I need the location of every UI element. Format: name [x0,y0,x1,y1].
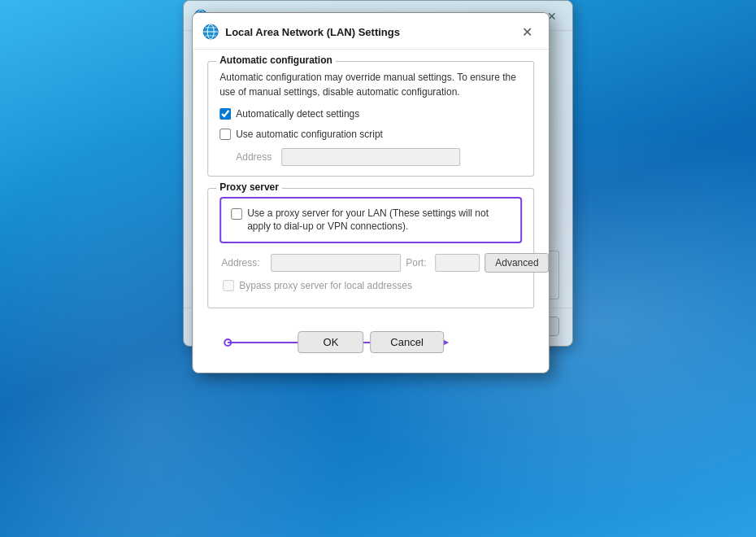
auto-detect-label: Automatically detect settings [236,107,359,121]
proxy-port-input [435,254,480,272]
bypass-proxy-label: Bypass proxy server for local addresses [239,279,412,293]
auto-config-address-row: Address [236,148,522,166]
proxy-server-group: Proxy server Use a proxy server for your… [207,188,534,308]
auto-config-desc: Automatic configuration may override man… [219,70,522,99]
lan-settings-dialog: Local Area Network (LAN) Settings ✕ Auto… [192,12,550,373]
auto-detect-row: Automatically detect settings [219,107,522,121]
bypass-proxy-row: Bypass proxy server for local addresses [223,279,522,293]
proxy-highlight-box: Use a proxy server for your LAN (These s… [219,197,522,244]
proxy-addr-row: Address: Port: Advanced [219,253,522,273]
lan-close-button[interactable]: ✕ [515,21,539,42]
lan-dialog-title: Local Area Network (LAN) Settings [225,26,515,38]
lan-ok-button[interactable]: OK [298,331,364,353]
auto-config-title: Automatic configuration [216,55,336,66]
proxy-address-label: Address: [221,257,266,268]
proxy-port-label: Port: [406,257,430,268]
auto-script-checkbox[interactable] [219,129,231,140]
lan-titlebar: Local Area Network (LAN) Settings ✕ [193,13,549,50]
use-proxy-label: Use a proxy server for your LAN (These s… [247,207,511,234]
ok-cancel-row: OK Cancel [207,320,534,361]
proxy-checkbox-row: Use a proxy server for your LAN (These s… [231,207,511,234]
address-field-label: Address [236,151,276,163]
lan-dialog-icon [202,24,219,40]
proxy-server-title: Proxy server [216,181,282,193]
auto-config-group: Automatic configuration Automatic config… [207,61,534,177]
proxy-address-input [271,254,401,272]
use-proxy-checkbox[interactable] [231,208,242,220]
auto-script-label: Use automatic configuration script [236,128,383,142]
lan-dialog-body: Automatic configuration Automatic config… [193,50,549,373]
auto-script-row: Use automatic configuration script [219,128,522,142]
bypass-proxy-checkbox [223,280,234,291]
lan-dialog-footer-area: OK Cancel [207,320,534,361]
address-input [281,148,460,166]
advanced-button[interactable]: Advanced [484,253,549,273]
lan-cancel-button[interactable]: Cancel [370,331,443,353]
auto-detect-checkbox[interactable] [219,108,231,120]
